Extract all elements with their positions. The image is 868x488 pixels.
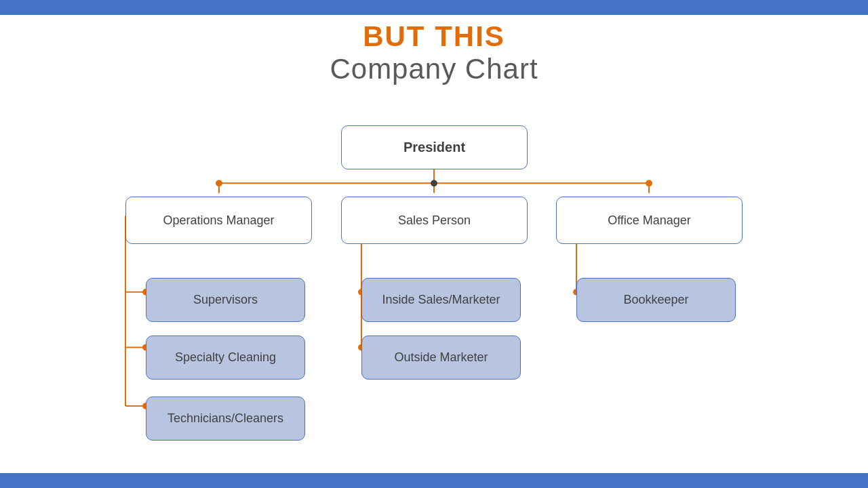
specialty-cleaning-box: Specialty Cleaning [146, 336, 305, 380]
svg-point-6 [646, 180, 652, 187]
supervisors-box: Supervisors [146, 278, 305, 322]
org-chart: President Operations Manager Sales Perso… [0, 105, 868, 473]
president-box: President [341, 125, 528, 169]
svg-point-5 [216, 180, 222, 187]
top-bar [0, 0, 868, 15]
office-manager-box: Office Manager [556, 197, 743, 244]
inside-sales-box: Inside Sales/Marketer [361, 278, 521, 322]
outside-marketer-box: Outside Marketer [361, 336, 521, 380]
title-highlight: BUT THIS [0, 20, 868, 53]
operations-manager-box: Operations Manager [125, 197, 312, 244]
technicians-box: Technicians/Cleaners [146, 396, 305, 441]
bookkeeper-box: Bookkeeper [576, 278, 736, 322]
title-main: Company Chart [0, 53, 868, 85]
sales-person-box: Sales Person [341, 197, 528, 244]
svg-point-7 [431, 180, 437, 187]
bottom-bar [0, 473, 868, 488]
title-area: BUT THIS Company Chart [0, 20, 868, 85]
